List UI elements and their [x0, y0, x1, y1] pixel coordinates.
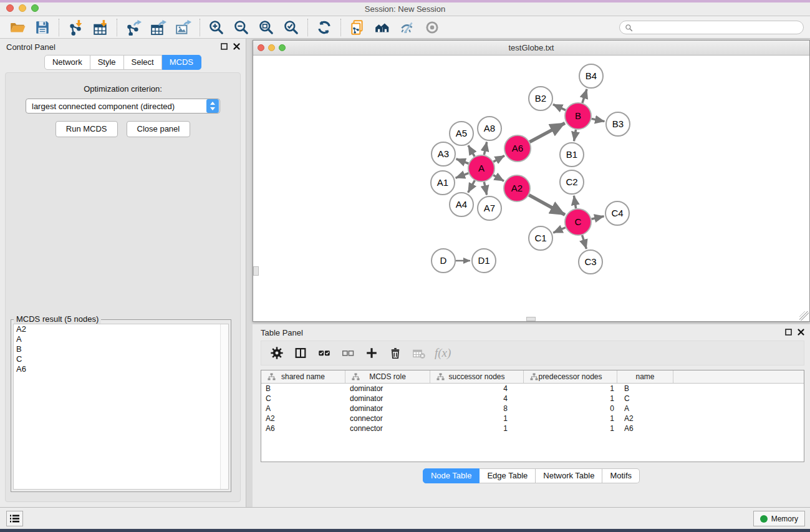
table-row[interactable]: Bdominator41B [261, 384, 804, 394]
open-file-button[interactable] [5, 18, 30, 37]
columns-button[interactable] [290, 344, 311, 362]
edge-B-B4[interactable] [582, 89, 587, 103]
edge-C-C3[interactable] [582, 235, 587, 249]
result-list-item[interactable]: A [14, 334, 228, 344]
graph-node-D[interactable]: D [432, 249, 455, 273]
table-cell[interactable]: A2 [261, 414, 345, 423]
settings-button[interactable] [266, 344, 287, 362]
graph-node-B4[interactable]: B4 [579, 64, 603, 88]
select-all-button[interactable] [314, 344, 335, 362]
refresh-button[interactable] [312, 18, 337, 37]
tab-edge-table[interactable]: Edge Table [480, 468, 536, 483]
network-canvas[interactable]: AA1A2A3A4A5A6A7A8BB1B2B3B4CC1C2C3C4DD1 [253, 56, 809, 321]
column-header-name[interactable]: name [617, 370, 673, 383]
table-float-panel-icon[interactable] [784, 328, 793, 336]
table-close-panel-icon[interactable] [797, 328, 805, 336]
table-cell[interactable]: 8 [430, 404, 524, 414]
graph-node-C4[interactable]: C4 [605, 201, 629, 225]
table-cell[interactable]: A6 [261, 423, 345, 433]
result-list-item[interactable]: B [14, 344, 228, 354]
edge-B-B2[interactable] [553, 104, 566, 110]
edge-A-A3[interactable] [456, 159, 469, 163]
table-row[interactable]: Adominator80A [261, 404, 804, 414]
graph-node-A2[interactable]: A2 [504, 175, 530, 201]
graph-node-B[interactable]: B [565, 103, 591, 129]
edge-C-C4[interactable] [591, 216, 604, 219]
table-cell[interactable]: 4 [430, 394, 524, 404]
table-cell[interactable]: 1 [430, 414, 524, 423]
table-cell[interactable]: A2 [617, 414, 673, 423]
graph-node-A4[interactable]: A4 [450, 193, 473, 216]
table-row[interactable]: A2connector11A2 [261, 414, 804, 423]
edge-A-A4[interactable] [468, 180, 475, 192]
graph-node-A8[interactable]: A8 [478, 117, 501, 140]
table-cell[interactable]: 1 [524, 414, 617, 423]
tab-network[interactable]: Network [44, 55, 90, 70]
clone-network-button[interactable] [345, 18, 370, 37]
graph-node-D1[interactable]: D1 [472, 249, 496, 273]
graph-node-B3[interactable]: B3 [606, 112, 630, 136]
result-list-item[interactable]: A2 [14, 324, 228, 334]
graph-node-C3[interactable]: C3 [579, 250, 602, 274]
edge-A-A5[interactable] [468, 145, 475, 157]
table-cell[interactable]: 1 [524, 384, 617, 394]
table-cell[interactable]: 0 [524, 404, 617, 414]
edge-A-A7[interactable] [484, 182, 486, 195]
table-cell[interactable]: A6 [617, 423, 673, 433]
column-header-MCDS-role[interactable]: MCDS role [345, 370, 430, 383]
graph-node-C1[interactable]: C1 [529, 226, 552, 250]
zoom-fit-button[interactable] [254, 18, 279, 37]
graph-node-C[interactable]: C [565, 209, 591, 235]
edge-A-A2[interactable] [493, 175, 504, 181]
edge-A-A6[interactable] [493, 156, 504, 162]
zoom-selected-button[interactable] [279, 18, 304, 37]
table-cell[interactable]: C [617, 394, 673, 404]
edge-C-C1[interactable] [553, 228, 566, 233]
hide-selected-button[interactable] [395, 18, 420, 37]
zoom-out-button[interactable] [229, 18, 254, 37]
column-header-predecessor-nodes[interactable]: predecessor nodes [524, 370, 617, 383]
memory-button[interactable]: Memory [753, 511, 805, 526]
mcds-result-list[interactable]: A2ABCA6 [13, 324, 229, 490]
graph-node-B2[interactable]: B2 [529, 87, 552, 110]
deselect-all-button[interactable] [337, 344, 359, 362]
export-table-button[interactable] [146, 18, 171, 37]
edge-A-A8[interactable] [484, 142, 486, 155]
table-cell[interactable]: connector [345, 414, 430, 423]
tab-select[interactable]: Select [124, 55, 162, 70]
import-table-button[interactable] [88, 18, 113, 37]
table-row[interactable]: Cdominator41C [261, 394, 804, 404]
table-cell[interactable]: dominator [345, 404, 430, 414]
table-cell[interactable]: C [261, 394, 345, 404]
network-window-titlebar[interactable]: testGlobe.txt [253, 41, 809, 56]
close-panel-icon[interactable] [233, 42, 241, 51]
tab-node-table[interactable]: Node Table [423, 468, 480, 483]
criterion-dropdown[interactable]: largest connected component (directed) [26, 99, 220, 114]
table-row[interactable]: A6connector11A6 [261, 423, 804, 433]
close-panel-button[interactable]: Close panel [127, 121, 191, 137]
save-session-button[interactable] [30, 18, 55, 37]
export-network-button[interactable] [121, 18, 146, 37]
search-field[interactable] [619, 21, 804, 34]
window-resize-grip[interactable] [799, 311, 809, 321]
tab-motifs[interactable]: Motifs [602, 468, 640, 483]
add-row-button[interactable] [361, 344, 382, 362]
run-mcds-button[interactable]: Run MCDS [55, 121, 118, 137]
result-list-scrollbar[interactable] [220, 324, 228, 489]
table-cell[interactable]: A [261, 404, 345, 414]
edge-B-B1[interactable] [574, 130, 576, 142]
table-cell[interactable]: B [617, 384, 673, 394]
zoom-in-button[interactable] [204, 18, 229, 37]
vertical-scroll-thumb[interactable] [253, 266, 259, 276]
edge-C-C2[interactable] [574, 196, 576, 209]
edge-B-B3[interactable] [592, 118, 605, 121]
result-list-item[interactable]: A6 [14, 364, 228, 374]
table-cell[interactable]: A [617, 404, 673, 414]
result-list-item[interactable]: C [14, 354, 228, 364]
delete-row-button[interactable] [385, 344, 406, 362]
table-cell[interactable]: 1 [524, 394, 617, 404]
table-cell[interactable]: dominator [345, 394, 430, 404]
table-cell[interactable]: 4 [430, 384, 524, 394]
column-header-shared-name[interactable]: shared name [261, 370, 345, 383]
graph-node-A[interactable]: A [468, 155, 494, 181]
